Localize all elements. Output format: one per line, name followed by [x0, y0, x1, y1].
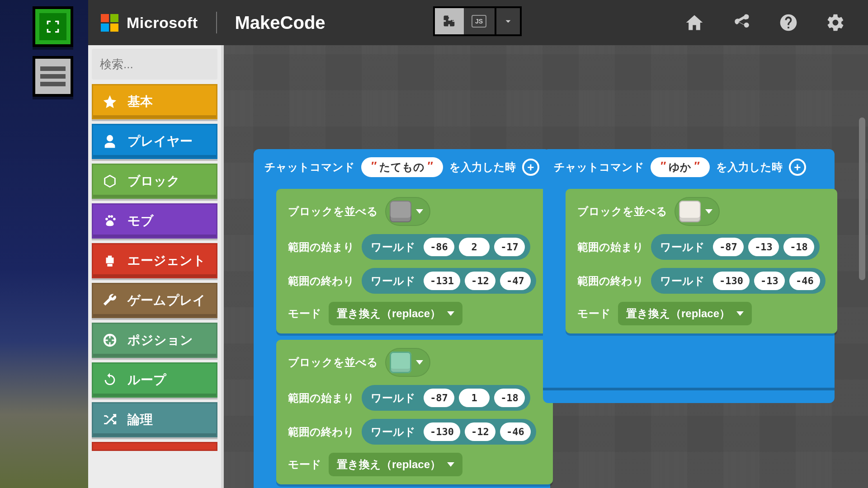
world-position-end[interactable]: ワールド -131 -12 -47 — [362, 268, 536, 294]
fill-block[interactable]: ブロックを並べる 範囲の始まり ワールド -87 1 -18 — [276, 340, 553, 484]
star-icon — [102, 94, 118, 109]
range-start-label: 範囲の始まり — [288, 240, 354, 254]
coord-y-input[interactable]: -13 — [754, 272, 785, 290]
tab-blocks[interactable] — [433, 6, 466, 36]
chat-suffix-label: を入力した時 — [449, 160, 516, 174]
game-menu-button[interactable] — [33, 56, 73, 97]
robot-icon — [102, 253, 118, 268]
fill-mode-dropdown[interactable]: 置き換え（replace） — [618, 302, 752, 325]
coord-x-input[interactable]: -86 — [424, 238, 454, 256]
coord-x-input[interactable]: -87 — [424, 389, 454, 407]
gear-icon[interactable] — [826, 13, 845, 33]
category-label: ゲームプレイ — [127, 292, 206, 309]
category-label: エージェント — [127, 252, 206, 269]
block-picker[interactable] — [385, 348, 430, 377]
fill-block[interactable]: ブロックを並べる 範囲の始まり ワールド -86 2 -17 — [276, 189, 553, 333]
world-label: ワールド — [367, 274, 419, 288]
category-label: ポジション — [127, 332, 193, 349]
coord-x-input[interactable]: -130 — [424, 422, 460, 441]
world-position-start[interactable]: ワールド -86 2 -17 — [362, 234, 530, 260]
category-label: 論理 — [127, 411, 153, 428]
chat-prefix-label: チャットコマンド — [264, 160, 355, 174]
coord-z-input[interactable]: -18 — [494, 389, 525, 407]
world-label: ワールド — [656, 274, 708, 288]
chat-command-input[interactable]: たてもの — [361, 157, 443, 177]
makecode-launcher-button[interactable] — [33, 6, 73, 47]
mode-value: 置き換え（replace） — [626, 306, 730, 321]
brand-group: Microsoft MakeCode — [101, 12, 326, 33]
category-logic[interactable]: 論理 — [92, 402, 217, 437]
category-agent[interactable]: エージェント — [92, 243, 217, 278]
home-icon[interactable] — [684, 13, 704, 33]
category-loops[interactable]: ループ — [92, 362, 217, 398]
block-stack[interactable]: チャットコマンド ゆか を入力した時 + ブロックを並べる 範囲の始まり ワール… — [543, 149, 835, 403]
add-parameter-button[interactable]: + — [522, 159, 539, 176]
world-position-start[interactable]: ワールド -87 1 -18 — [362, 385, 530, 411]
world-label: ワールド — [656, 240, 708, 254]
range-end-label: 範囲の終わり — [288, 425, 354, 439]
coord-y-input[interactable]: 2 — [459, 238, 490, 256]
coord-z-input[interactable]: -18 — [783, 238, 814, 256]
coord-x-input[interactable]: -131 — [424, 272, 460, 290]
hamburger-icon — [40, 63, 66, 89]
coord-y-input[interactable]: -12 — [465, 272, 495, 290]
block-stack[interactable]: チャットコマンド たてもの を入力した時 + ブロックを並べる 範囲の始まり ワ… — [254, 149, 550, 488]
block-swatch-icon — [390, 201, 411, 222]
block-picker[interactable] — [385, 197, 430, 226]
microsoft-logo-icon — [101, 14, 118, 32]
puzzle-piece-icon — [443, 14, 456, 28]
tab-language-dropdown[interactable] — [495, 6, 522, 36]
chevron-down-icon — [736, 311, 744, 316]
world-label: ワールド — [367, 391, 419, 405]
chevron-down-icon — [416, 360, 423, 365]
coord-z-input[interactable]: -17 — [494, 238, 525, 256]
on-chat-command-block[interactable]: チャットコマンド ゆか を入力した時 + ブロックを並べる 範囲の始まり ワール… — [543, 149, 835, 388]
fill-block[interactable]: ブロックを並べる 範囲の始まり ワールド -87 -13 -18 — [566, 189, 837, 333]
world-position-end[interactable]: ワールド -130 -13 -46 — [651, 268, 826, 294]
wrench-icon — [102, 293, 118, 308]
person-icon — [102, 134, 118, 149]
range-end-label: 範囲の終わり — [288, 274, 354, 288]
coord-y-input[interactable]: -12 — [465, 422, 495, 441]
range-end-label: 範囲の終わり — [577, 274, 644, 288]
category-basic[interactable]: 基本 — [92, 84, 217, 119]
category-blocks[interactable]: ブロック — [92, 164, 217, 199]
search-input[interactable] — [100, 57, 247, 71]
coord-z-input[interactable]: -46 — [789, 272, 820, 290]
fill-mode-dropdown[interactable]: 置き換え（replace） — [329, 302, 462, 325]
chat-command-input[interactable]: ゆか — [651, 157, 710, 177]
category-position[interactable]: ポジション — [92, 323, 217, 358]
tab-javascript[interactable]: JS — [464, 6, 496, 36]
category-gameplay[interactable]: ゲームプレイ — [92, 283, 217, 318]
help-icon[interactable] — [778, 13, 798, 33]
category-mobs[interactable]: モブ — [92, 203, 217, 239]
world-position-end[interactable]: ワールド -130 -12 -46 — [362, 419, 536, 445]
on-chat-command-block[interactable]: チャットコマンド たてもの を入力した時 + ブロックを並べる 範囲の始まり ワ… — [254, 149, 550, 488]
coord-z-input[interactable]: -47 — [500, 272, 531, 290]
vertical-scrollbar[interactable] — [859, 117, 865, 280]
microsoft-wordmark: Microsoft — [127, 14, 198, 32]
block-swatch-icon — [390, 352, 411, 373]
paw-icon — [102, 213, 118, 229]
toolbox-search[interactable] — [92, 49, 217, 80]
chevron-down-icon — [705, 209, 712, 214]
block-swatch-icon — [679, 201, 701, 222]
world-label: ワールド — [367, 425, 419, 439]
world-position-start[interactable]: ワールド -87 -13 -18 — [651, 234, 820, 260]
js-label: JS — [472, 15, 486, 28]
blocks-workspace[interactable]: チャットコマンド たてもの を入力した時 + ブロックを並べる 範囲の始まり ワ… — [226, 45, 868, 488]
hat-block-footer — [543, 388, 835, 403]
app-header: Microsoft MakeCode JS — [88, 0, 868, 45]
share-icon[interactable] — [731, 13, 751, 33]
add-parameter-button[interactable]: + — [789, 159, 806, 176]
header-actions — [684, 13, 868, 33]
category-player[interactable]: プレイヤー — [92, 124, 217, 159]
block-picker[interactable] — [675, 197, 720, 226]
fill-mode-dropdown[interactable]: 置き換え（replace） — [329, 453, 462, 476]
coord-x-input[interactable]: -130 — [713, 272, 750, 290]
coord-z-input[interactable]: -46 — [500, 422, 531, 441]
coord-x-input[interactable]: -87 — [713, 238, 744, 256]
coord-y-input[interactable]: 1 — [459, 389, 490, 407]
mode-value: 置き換え（replace） — [337, 306, 441, 321]
coord-y-input[interactable]: -13 — [748, 238, 779, 256]
